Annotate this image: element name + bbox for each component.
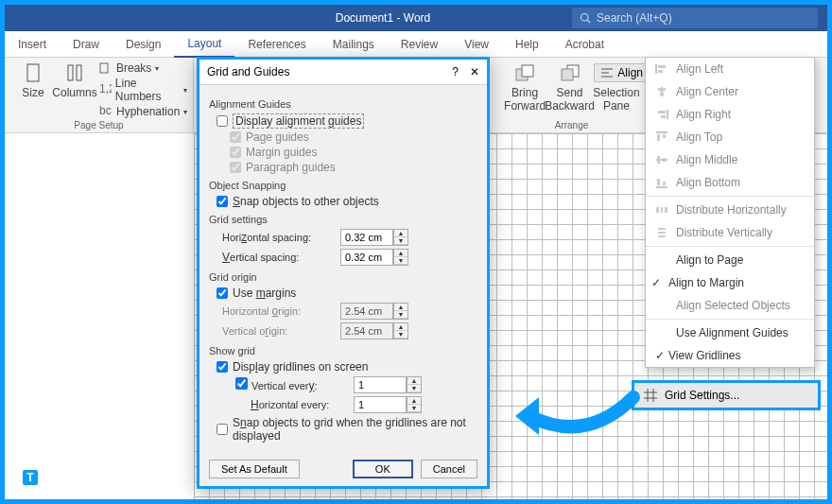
set-default-button[interactable]: Set As Default [209, 460, 300, 478]
tab-help[interactable]: Help [502, 31, 552, 58]
mi-align-left[interactable]: Align Left [646, 58, 814, 80]
label-h-spacing: Horizontal spacing: [222, 231, 340, 244]
svg-rect-29 [657, 156, 660, 164]
mi-use-alignment-guides[interactable]: Use Alignment Guides [646, 322, 814, 344]
distribute-h-icon [655, 204, 668, 216]
chk-display-gridlines[interactable]: Display gridlines on screen [217, 360, 477, 374]
svg-rect-23 [658, 111, 666, 113]
tab-insert[interactable]: Insert [5, 31, 60, 58]
send-backward-button[interactable]: Send Backward [546, 61, 594, 114]
align-bottom-icon [655, 177, 668, 188]
ok-button[interactable]: OK [353, 460, 413, 478]
chk-snap-objects[interactable]: SSnap objects to other objectsnap object… [217, 195, 477, 208]
svg-rect-2 [27, 64, 39, 81]
mi-align-to-margin[interactable]: ✓Align to Margin [646, 271, 814, 294]
breaks-icon [99, 62, 113, 74]
search-box[interactable]: Search (Alt+Q) [572, 8, 818, 28]
mi-align-selected[interactable]: Align Selected Objects [646, 294, 814, 317]
search-icon [580, 12, 591, 24]
label-v-every: Vertical every: [235, 377, 354, 392]
send-backward-icon [560, 63, 581, 84]
svg-text:1,2: 1,2 [99, 84, 112, 96]
mi-view-gridlines[interactable]: ✓View Gridlines [646, 344, 814, 367]
section-grid-origin: Grid origin [209, 271, 477, 283]
svg-text:bc: bc [99, 106, 112, 117]
mi-align-center[interactable]: Align Center [646, 80, 814, 103]
grid-and-guides-dialog: Grid and Guides ? ✕ Alignment Guides Dis… [197, 57, 490, 489]
dialog-title: Grid and Guides [207, 65, 289, 78]
help-button[interactable]: ? [452, 65, 459, 78]
section-object-snapping: Object Snapping [209, 180, 477, 191]
input-v-spacing[interactable]: ▲▼ [340, 249, 408, 266]
tab-mailings[interactable]: Mailings [320, 31, 388, 58]
svg-point-0 [581, 14, 589, 22]
mi-grid-settings[interactable]: Grid Settings... [632, 380, 821, 410]
breaks-button[interactable]: Breaks▾ [99, 61, 187, 75]
svg-rect-38 [658, 232, 666, 234]
group-arrange-label: Arrange [496, 120, 647, 130]
align-center-icon [655, 86, 668, 97]
chk-page-guides: Page guides [230, 130, 477, 144]
bring-forward-icon [514, 63, 535, 84]
section-show-grid: Show grid [209, 345, 477, 356]
svg-rect-34 [656, 207, 659, 213]
cancel-button[interactable]: Cancel [421, 460, 477, 478]
align-icon [600, 66, 614, 79]
tab-layout[interactable]: Layout [174, 31, 234, 58]
svg-rect-9 [522, 65, 533, 77]
label-h-every: Horizontal every: [235, 398, 354, 411]
distribute-v-icon [655, 227, 668, 238]
mi-align-middle[interactable]: Align Middle [646, 148, 814, 171]
search-placeholder: Search (Alt+Q) [597, 11, 672, 25]
mi-distribute-v[interactable]: Distribute Vertically [646, 221, 814, 244]
chk-display-alignment-guides[interactable]: Display alignment guides [217, 113, 477, 129]
svg-rect-18 [658, 70, 663, 73]
columns-icon [66, 63, 83, 84]
annotation-arrow [511, 388, 652, 454]
hyphenation-button[interactable]: bcHyphenation▾ [99, 105, 187, 118]
input-v-every[interactable]: ▲▼ [354, 376, 422, 393]
tab-references[interactable]: References [234, 31, 319, 58]
size-button[interactable]: Size [12, 61, 54, 118]
chk-paragraph-guides: Paragraph guides [230, 161, 477, 174]
mi-distribute-h[interactable]: Distribute Horizontally [646, 199, 814, 221]
input-h-origin: ▲▼ [340, 303, 408, 320]
columns-button[interactable]: Columns [54, 61, 95, 118]
mi-align-top[interactable]: Align Top [646, 126, 814, 148]
tab-design[interactable]: Design [113, 31, 174, 58]
chk-snap-to-grid[interactable]: Snap objects to grid when the gridlines … [217, 416, 477, 443]
size-icon [25, 63, 42, 84]
line-numbers-button[interactable]: 1,2Line Numbers▾ [99, 77, 187, 103]
bring-forward-button[interactable]: Bring Forward [504, 61, 546, 114]
svg-rect-37 [658, 228, 666, 230]
mi-align-bottom[interactable]: Align Bottom [646, 171, 814, 194]
mi-align-to-page[interactable]: Align to Page [646, 249, 814, 271]
input-v-origin: ▲▼ [340, 322, 408, 339]
tab-review[interactable]: Review [388, 31, 451, 58]
tab-acrobat[interactable]: Acrobat [552, 31, 617, 58]
chk-use-margins[interactable]: Use margins [217, 287, 477, 300]
svg-rect-21 [660, 93, 664, 96]
align-top-icon [655, 131, 668, 143]
svg-rect-32 [657, 179, 660, 185]
input-h-spacing[interactable]: ▲▼ [340, 229, 408, 246]
input-h-every[interactable]: ▲▼ [354, 396, 422, 413]
align-menu: Align Left Align Center Align Right Alig… [645, 57, 815, 368]
chk-margin-guides: Margin guides [230, 146, 477, 159]
svg-rect-24 [661, 115, 666, 118]
tab-draw[interactable]: Draw [60, 31, 113, 58]
align-middle-icon [655, 154, 668, 165]
label-v-origin: Vertical origin: [222, 324, 340, 338]
close-button[interactable]: ✕ [470, 65, 479, 78]
svg-rect-3 [68, 65, 73, 80]
label-h-origin: Horizontal origin: [222, 304, 340, 318]
group-page-setup-label: Page Setup [5, 120, 193, 130]
line-numbers-icon: 1,2 [99, 84, 112, 96]
label-v-spacing: Vertical spacing: [222, 251, 340, 264]
svg-rect-33 [663, 182, 666, 185]
mi-align-right[interactable]: Align Right [646, 103, 814, 126]
svg-rect-30 [663, 158, 666, 162]
svg-rect-11 [562, 69, 573, 80]
svg-rect-35 [661, 207, 663, 213]
tab-view[interactable]: View [451, 31, 502, 58]
